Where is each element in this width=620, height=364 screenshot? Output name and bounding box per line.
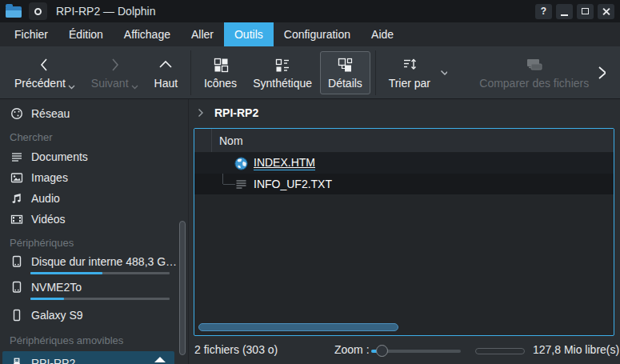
- sort-by-button[interactable]: Trier par: [381, 51, 438, 94]
- place-label: Images: [31, 171, 68, 184]
- forward-button: Suivant: [83, 51, 146, 94]
- toolbar-separator: [375, 50, 376, 95]
- toolbar-overflow-chevron-icon[interactable]: [597, 65, 606, 81]
- disk-usage-fill: [30, 272, 102, 274]
- sidebar-scrollbar[interactable]: [179, 221, 186, 355]
- file-name[interactable]: INFO_UF2.TXT: [254, 178, 332, 190]
- sort-chevron-down-icon[interactable]: [440, 70, 447, 76]
- disk-usage-bar: [30, 298, 170, 300]
- section-header-chercher: Chercher: [0, 124, 188, 146]
- place-audio[interactable]: Audio: [0, 188, 188, 209]
- details-view-icon: [336, 56, 354, 74]
- minimize-button[interactable]: [556, 4, 573, 19]
- places-panel: Réseau Chercher Documents Images: [0, 99, 189, 364]
- device-nvme2to[interactable]: NVME2To: [0, 278, 188, 303]
- menu-affichage[interactable]: Affichage: [114, 22, 181, 46]
- chevron-down-icon: [68, 85, 75, 90]
- usb-drive-icon: [10, 356, 24, 364]
- documents-icon: [10, 150, 24, 164]
- place-reseau[interactable]: Réseau: [0, 103, 188, 124]
- up-label: Haut: [154, 77, 178, 90]
- icons-view-button[interactable]: Icônes: [196, 51, 245, 94]
- statusbar: 2 fichiers (303 o) Zoom : 127,8 Mio libr…: [189, 336, 620, 364]
- place-images[interactable]: Images: [0, 167, 188, 188]
- eject-icon: [154, 357, 166, 362]
- file-name[interactable]: INDEX.HTM: [254, 156, 315, 170]
- file-row-index-htm[interactable]: INDEX.HTM: [194, 153, 614, 174]
- pin-circle-icon: [34, 8, 42, 15]
- main-panel: RPI-RP2 Nom INDEX.HTM: [189, 99, 620, 364]
- breadcrumb: RPI-RP2: [198, 106, 258, 119]
- breadcrumb-chevron-icon[interactable]: [198, 108, 204, 118]
- app-folder-icon: [6, 6, 22, 18]
- back-icon: [36, 56, 54, 74]
- device-disque-interne[interactable]: Disque dur interne 488,3 G…: [0, 252, 188, 278]
- details-view-button[interactable]: Détails: [320, 51, 370, 94]
- menu-fichier[interactable]: Fichier: [4, 22, 58, 46]
- compact-view-button[interactable]: Synthétique: [245, 51, 320, 94]
- section-header-amovibles: Périphériques amovibles: [0, 327, 188, 350]
- window-title: RPI-RP2 — Dolphin: [56, 5, 156, 18]
- icons-view-icon: [212, 56, 230, 74]
- sort-by-label: Trier par: [389, 77, 430, 90]
- free-space-bar: [475, 348, 525, 354]
- compare-files-icon: [524, 56, 545, 74]
- toolbar-separator: [190, 50, 191, 95]
- forward-label: Suivant: [91, 77, 129, 90]
- place-label: Audio: [31, 192, 60, 205]
- zoom-label: Zoom :: [334, 343, 370, 356]
- network-icon: [10, 106, 24, 121]
- maximize-icon: [582, 8, 589, 14]
- compact-view-label: Synthétique: [253, 77, 312, 90]
- place-label: Vidéos: [31, 213, 66, 226]
- phone-icon: [10, 308, 24, 322]
- help-button[interactable]: ?: [535, 4, 552, 19]
- file-view[interactable]: Nom INDEX.HTM: [194, 128, 614, 336]
- menu-aller[interactable]: Aller: [181, 22, 224, 46]
- device-galaxy-s9[interactable]: Galaxy S9: [0, 303, 188, 327]
- compare-files-label: Comparer des fichiers: [479, 77, 589, 90]
- device-label: NVME2To: [31, 281, 82, 294]
- images-icon: [10, 170, 24, 185]
- column-header-row: Nom: [194, 129, 614, 153]
- eject-button[interactable]: [154, 357, 166, 364]
- back-button[interactable]: Précédent: [6, 51, 83, 94]
- file-rows: INDEX.HTM INFO_UF2.TXT: [194, 153, 614, 194]
- maximize-button[interactable]: [577, 4, 594, 19]
- file-row-info-uf2-txt[interactable]: INFO_UF2.TXT: [194, 174, 614, 194]
- text-file-icon: [234, 178, 248, 191]
- device-label: Galaxy S9: [31, 309, 83, 322]
- minimize-icon: [561, 14, 568, 16]
- device-rpi-rp2-selected[interactable]: RPI-RP2: [2, 351, 174, 364]
- chevron-down-icon: [131, 85, 138, 90]
- content-area: Réseau Chercher Documents Images: [0, 99, 620, 364]
- zoom-slider-handle[interactable]: [376, 345, 388, 357]
- column-header-nom[interactable]: Nom: [212, 129, 243, 152]
- up-button[interactable]: Haut: [146, 51, 186, 94]
- place-documents[interactable]: Documents: [0, 146, 188, 167]
- place-videos[interactable]: Vidéos: [0, 209, 188, 230]
- expander-column: [194, 129, 212, 152]
- menu-aide[interactable]: Aide: [361, 22, 404, 46]
- close-icon: [602, 7, 610, 16]
- device-label: Disque dur interne 488,3 G…: [31, 255, 177, 268]
- titlebar[interactable]: RPI-RP2 — Dolphin ?: [0, 0, 620, 22]
- forward-icon: [106, 56, 123, 74]
- file-count-summary: 2 fichiers (303 o): [194, 343, 278, 356]
- breadcrumb-location[interactable]: RPI-RP2: [214, 106, 258, 119]
- help-icon: ?: [541, 6, 546, 17]
- close-button[interactable]: [598, 4, 614, 19]
- up-icon: [157, 56, 174, 74]
- menu-edition[interactable]: Édition: [58, 22, 114, 46]
- zoom-slider[interactable]: [371, 350, 461, 353]
- icons-view-label: Icônes: [204, 77, 237, 90]
- horizontal-scrollbar[interactable]: [198, 323, 398, 331]
- menu-outils[interactable]: Outils: [224, 22, 274, 46]
- hard-drive-icon: [10, 280, 24, 294]
- sort-by-icon: [401, 56, 418, 74]
- on-all-desktops-button[interactable]: [29, 2, 47, 20]
- disk-usage-fill: [30, 298, 64, 300]
- menubar: Fichier Édition Affichage Aller Outils C…: [0, 22, 620, 46]
- menu-configuration[interactable]: Configuration: [274, 22, 361, 46]
- toolbar: Précédent Suivant Haut Icônes Synthétiqu…: [0, 46, 620, 99]
